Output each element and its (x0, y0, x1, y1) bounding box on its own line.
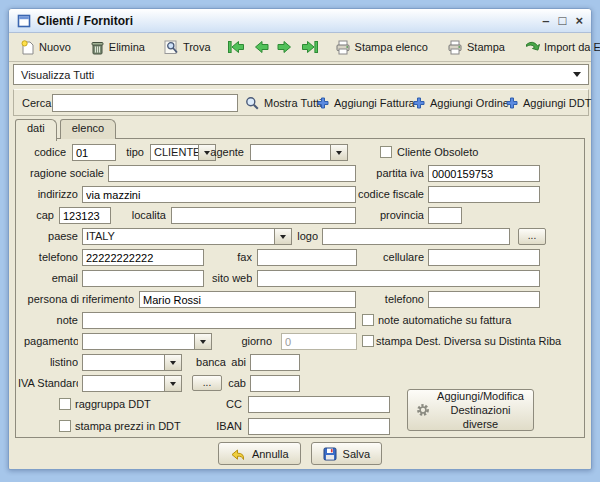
pagamento-select[interactable] (82, 333, 212, 350)
tab-dati[interactable]: dati (15, 119, 57, 141)
nuovo-button[interactable]: Nuovo (17, 38, 74, 57)
trova-button[interactable]: Trova (161, 38, 214, 57)
cellulare-label: cellulare (360, 249, 424, 266)
nav-next-icon[interactable] (277, 40, 293, 54)
floppy-icon (323, 447, 337, 461)
salva-label: Salva (343, 448, 371, 460)
magnifier-icon (245, 96, 259, 110)
codice-label: codice (22, 144, 66, 161)
cellulare-input[interactable] (428, 249, 540, 266)
elimina-label: Elimina (109, 41, 145, 53)
indirizzo-input[interactable] (82, 186, 356, 203)
banca-browse-button[interactable]: ... (192, 375, 222, 391)
aggiungi-ordine-button[interactable]: Aggiungi Ordine (413, 93, 509, 112)
record-navigation (227, 40, 319, 54)
note-automatiche-checkbox[interactable] (362, 314, 374, 326)
aggiungi-fattura-label: Aggiungi Fattura (334, 97, 415, 109)
maximize-button[interactable]: □ (559, 14, 567, 27)
partita-iva-input[interactable] (428, 165, 540, 182)
plus-icon (413, 97, 425, 109)
undo-icon (230, 447, 246, 461)
import-excel-button[interactable]: Import da Excel (521, 38, 600, 57)
cab-input[interactable] (250, 375, 300, 392)
fax-input[interactable] (257, 249, 357, 266)
localita-input[interactable] (171, 207, 356, 224)
footer-bar: Annulla Salva (9, 442, 591, 465)
abi-label: abi (230, 354, 246, 371)
import-excel-label: Import da Excel (544, 41, 600, 53)
magnifier-icon (164, 40, 179, 55)
logo-label: logo (294, 228, 318, 245)
email-input[interactable] (82, 270, 204, 287)
aggiungi-fattura-button[interactable]: Aggiungi Fattura (317, 93, 415, 112)
giorno-input[interactable] (281, 333, 357, 350)
destinazioni-diverse-label: Aggiungi/Modifica Destinazioni diverse (436, 389, 525, 431)
chevron-down-icon[interactable] (194, 334, 211, 349)
indirizzo-label: indirizzo (30, 186, 78, 203)
chevron-down-icon[interactable] (164, 376, 181, 391)
provincia-input[interactable] (428, 207, 462, 224)
app-window: Clienti / Fornitori – □ × Nuovo Elimina … (8, 8, 592, 470)
sito-web-input[interactable] (257, 270, 540, 287)
chevron-down-icon[interactable] (330, 145, 347, 160)
aggiungi-ddt-button[interactable]: Aggiungi DDT (506, 93, 591, 112)
chevron-down-icon[interactable] (164, 355, 181, 370)
salva-button[interactable]: Salva (311, 442, 383, 465)
codice-fiscale-input[interactable] (428, 186, 540, 203)
stampa-dest-checkbox[interactable] (362, 335, 374, 347)
banca-label: banca (196, 354, 226, 371)
paese-value: ITALY (83, 229, 274, 244)
new-document-icon (20, 40, 35, 55)
stampa-dest-label: stampa Dest. Diversa su Distinta Riba (376, 333, 561, 350)
telefono2-input[interactable] (428, 291, 540, 308)
abi-input[interactable] (250, 354, 300, 371)
plus-icon (506, 97, 518, 109)
persona-riferimento-input[interactable] (139, 291, 356, 308)
iban-input[interactable] (248, 418, 390, 435)
stampa-elenco-label: Stampa elenco (355, 41, 428, 53)
logo-browse-button[interactable]: ... (518, 228, 546, 245)
destinazioni-diverse-button[interactable]: Aggiungi/Modifica Destinazioni diverse (407, 389, 534, 431)
codice-input[interactable] (72, 144, 116, 161)
raggruppa-ddt-checkbox[interactable] (59, 398, 71, 410)
stampa-elenco-button[interactable]: Stampa elenco (332, 38, 431, 57)
tab-elenco[interactable]: elenco (60, 119, 116, 139)
codice-fiscale-label: codice fiscale (356, 186, 424, 203)
mostra-tutti-label: Mostra Tutti (264, 97, 321, 109)
cliente-obsoleto-checkbox[interactable] (380, 146, 392, 158)
search-input[interactable] (52, 94, 238, 112)
stampa-button[interactable]: Stampa (444, 38, 508, 57)
cerca-label: Cerca (22, 93, 51, 112)
cc-input[interactable] (248, 396, 390, 413)
minimize-button[interactable]: – (542, 14, 549, 27)
note-input[interactable] (82, 312, 356, 329)
telefono-label: telefono (30, 249, 78, 266)
paese-label: paese (30, 228, 78, 245)
ragione-sociale-input[interactable] (108, 165, 356, 182)
tab-bar: dati elenco (15, 119, 119, 139)
nav-last-icon[interactable] (301, 40, 319, 54)
annulla-button[interactable]: Annulla (218, 442, 301, 465)
telefono-input[interactable] (82, 249, 204, 266)
nav-prev-icon[interactable] (253, 40, 269, 54)
listino-select[interactable] (82, 354, 182, 371)
partita-iva-label: partita iva (372, 165, 424, 182)
cap-input[interactable] (59, 207, 111, 224)
close-button[interactable]: × (575, 14, 583, 27)
paese-select[interactable]: ITALY (82, 228, 292, 245)
nav-first-icon[interactable] (227, 40, 245, 54)
logo-input[interactable] (322, 228, 510, 245)
iva-standard-select[interactable] (82, 375, 182, 392)
stampa-prezzi-ddt-checkbox[interactable] (59, 420, 71, 432)
printer-icon (447, 40, 463, 55)
printer-icon (335, 40, 351, 55)
title-bar[interactable]: Clienti / Fornitori – □ × (9, 9, 591, 33)
chevron-down-icon[interactable] (274, 229, 291, 244)
elimina-button[interactable]: Elimina (87, 38, 148, 57)
pagamento-label: pagamento (24, 333, 78, 350)
agente-select[interactable] (250, 144, 348, 161)
mostra-tutti-button[interactable]: Mostra Tutti (245, 93, 321, 112)
cab-label: cab (226, 375, 246, 392)
visualizza-filter-select[interactable]: Visualizza Tutti (13, 64, 589, 85)
raggruppa-ddt-label: raggruppa DDT (75, 396, 151, 413)
